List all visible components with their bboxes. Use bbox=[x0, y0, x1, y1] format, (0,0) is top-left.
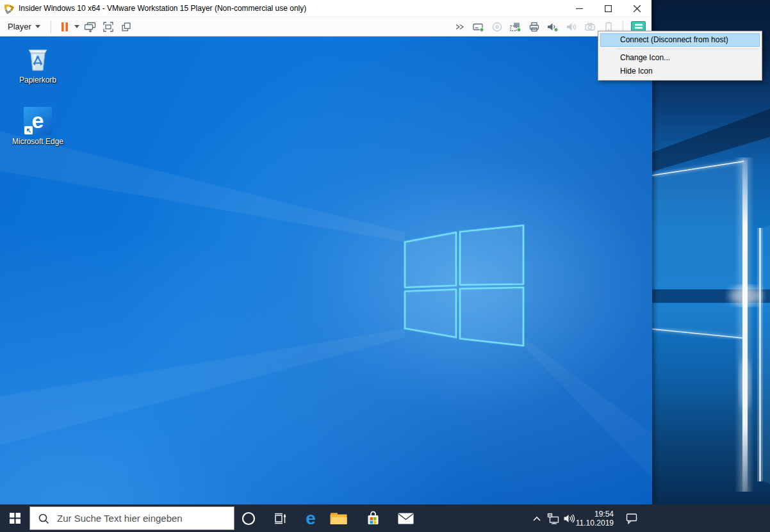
chevron-up-icon bbox=[532, 515, 542, 522]
desktop-icon-label: Papierkorb bbox=[19, 76, 56, 85]
edge-icon: e bbox=[306, 510, 316, 528]
tray-show-hidden-icons[interactable] bbox=[528, 504, 546, 532]
suspend-group bbox=[58, 20, 79, 34]
player-menu-button[interactable]: Player bbox=[4, 20, 44, 33]
guest-wallpaper bbox=[0, 36, 652, 504]
clock-date: 11.10.2019 bbox=[576, 519, 614, 528]
menu-item-hide-icon[interactable]: Hide Icon bbox=[600, 65, 760, 78]
guest-display: Papierkorb e Microsoft Edge bbox=[0, 36, 652, 504]
folder-icon bbox=[330, 512, 347, 525]
minimize-button[interactable] bbox=[565, 0, 594, 17]
desktop-icon-label: Microsoft Edge bbox=[12, 137, 63, 146]
printer-device-icon[interactable] bbox=[527, 20, 541, 34]
mail-button[interactable] bbox=[394, 504, 417, 532]
suspend-button[interactable] bbox=[58, 20, 72, 34]
edge-logo-glyph: e bbox=[32, 109, 44, 131]
vmware-toolbar: Player bbox=[0, 17, 651, 36]
close-button[interactable] bbox=[623, 0, 651, 17]
task-view-icon bbox=[272, 511, 288, 526]
start-button[interactable] bbox=[0, 504, 29, 532]
mail-icon bbox=[398, 513, 414, 524]
suspend-dropdown-icon[interactable] bbox=[74, 25, 79, 28]
menu-item-connect[interactable]: Connect (Disconnect from host) bbox=[600, 33, 760, 47]
taskbar-search-box[interactable] bbox=[29, 506, 234, 530]
show-devices-chevrons-icon[interactable] bbox=[453, 20, 466, 34]
tray-icon-context-menu: Connect (Disconnect from host) Change Ic… bbox=[598, 31, 762, 81]
task-view-button[interactable] bbox=[268, 504, 291, 532]
toolbar-separator bbox=[51, 20, 51, 33]
window-title: Insider Windows 10 x64 - VMware Workstat… bbox=[19, 4, 565, 13]
camera-device-icon[interactable] bbox=[583, 20, 596, 34]
store-icon bbox=[366, 511, 381, 526]
desktop-icon-microsoft-edge[interactable]: e Microsoft Edge bbox=[11, 107, 65, 146]
windows-logo-icon bbox=[10, 513, 20, 524]
search-input[interactable] bbox=[57, 507, 234, 529]
recycle-bin-icon bbox=[23, 44, 53, 74]
screen: Insider Windows 10 x64 - VMware Workstat… bbox=[0, 0, 770, 532]
taskbar-edge-button[interactable]: e bbox=[299, 504, 322, 532]
cortana-ring-icon bbox=[242, 512, 256, 526]
player-menu-label: Player bbox=[8, 22, 31, 31]
hard-disk-device-icon[interactable] bbox=[471, 20, 485, 34]
shortcut-arrow-icon bbox=[24, 126, 33, 134]
vmware-titlebar[interactable]: Insider Windows 10 x64 - VMware Workstat… bbox=[0, 0, 651, 17]
clock-time: 19:54 bbox=[594, 510, 614, 519]
notification-icon bbox=[625, 512, 638, 524]
speaker-device-icon[interactable] bbox=[564, 20, 578, 34]
action-center-button[interactable] bbox=[621, 504, 642, 532]
file-explorer-button[interactable] bbox=[327, 504, 350, 532]
menu-separator bbox=[617, 49, 758, 49]
ethernet-icon bbox=[547, 513, 560, 524]
chevron-down-icon bbox=[35, 25, 40, 28]
host-taskbar: e bbox=[0, 504, 770, 532]
unity-mode-button[interactable] bbox=[119, 20, 133, 34]
vmware-player-window: Insider Windows 10 x64 - VMware Workstat… bbox=[0, 0, 652, 504]
speaker-icon bbox=[563, 513, 576, 524]
vmware-player-icon bbox=[3, 3, 14, 14]
network-adapter-device-icon[interactable] bbox=[509, 20, 522, 34]
cortana-button[interactable] bbox=[237, 504, 260, 532]
desktop-icon-recycle-bin[interactable]: Papierkorb bbox=[11, 44, 65, 85]
microsoft-store-button[interactable] bbox=[361, 504, 384, 532]
edge-tile-icon: e bbox=[24, 107, 52, 135]
window-controls bbox=[565, 0, 651, 17]
fullscreen-button[interactable] bbox=[101, 20, 115, 34]
tray-clock[interactable]: 19:54 11.10.2019 bbox=[577, 504, 615, 532]
menu-item-change-icon[interactable]: Change Icon... bbox=[600, 51, 760, 65]
search-icon bbox=[38, 513, 49, 524]
send-ctrl-alt-del-button[interactable] bbox=[83, 20, 97, 34]
toolbar-left-group: Player bbox=[4, 20, 133, 34]
tray-network-icon[interactable] bbox=[545, 504, 562, 532]
cd-dvd-device-icon[interactable] bbox=[490, 20, 504, 34]
sound-device-icon[interactable] bbox=[546, 20, 559, 34]
maximize-button[interactable] bbox=[594, 0, 623, 17]
